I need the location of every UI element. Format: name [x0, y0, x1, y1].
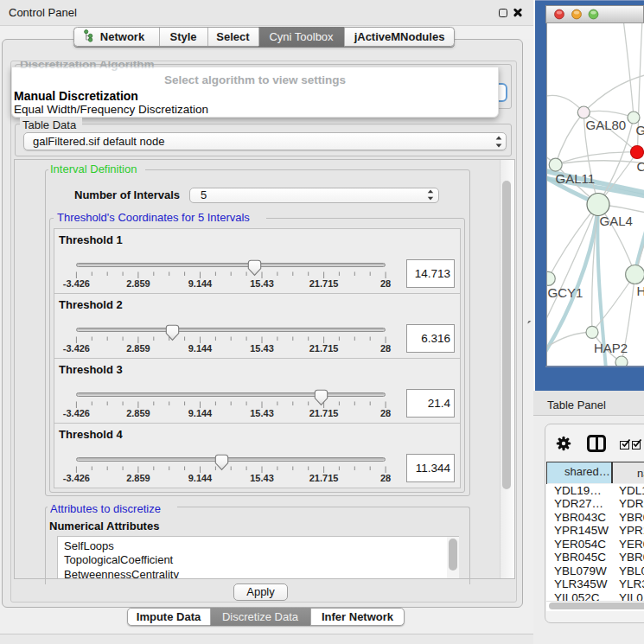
- svg-text:GA: GA: [636, 123, 644, 137]
- svg-text:CY: CY: [637, 159, 644, 174]
- svg-text:GAL11: GAL11: [556, 171, 596, 186]
- svg-text:GAL4: GAL4: [600, 214, 633, 228]
- svg-text:H: H: [637, 284, 644, 298]
- svg-text:HAP2: HAP2: [594, 341, 628, 355]
- svg-text:GAL80: GAL80: [586, 118, 627, 132]
- svg-text:GCY1: GCY1: [548, 285, 583, 300]
